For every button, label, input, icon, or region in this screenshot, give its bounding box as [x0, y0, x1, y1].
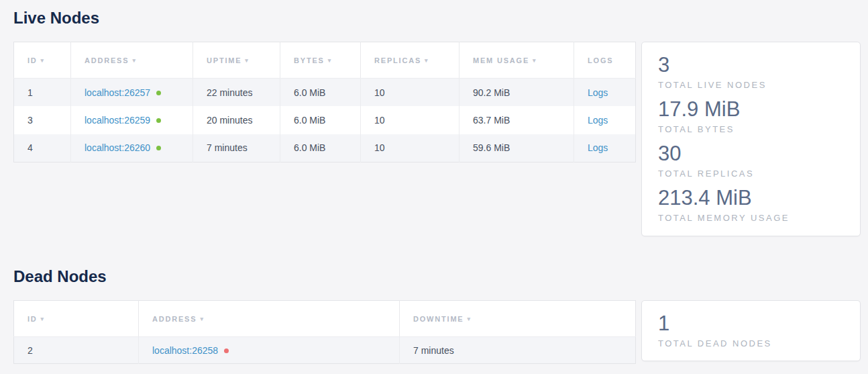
- dead-status-dot-icon: [224, 348, 229, 353]
- column-header-downtime[interactable]: DOWNTIME▾: [400, 301, 636, 337]
- node-replicas-cell: 10: [361, 79, 459, 107]
- table-header-row: ID▾ ADDRESS▾ UPTIME▾ BYTES▾ REPLICAS▾ ME…: [14, 42, 636, 79]
- column-label: ADDRESS: [85, 56, 129, 64]
- total-dead-nodes-value: 1: [658, 310, 844, 337]
- column-header-address[interactable]: ADDRESS▾: [71, 42, 193, 79]
- sort-arrow-icon: ▾: [425, 57, 429, 64]
- logs-link[interactable]: Logs: [588, 87, 608, 98]
- logs-link[interactable]: Logs: [588, 115, 608, 126]
- sort-arrow-icon: ▾: [41, 57, 45, 64]
- node-address-cell: localhost:26257: [71, 79, 193, 107]
- node-uptime-cell: 20 minutes: [193, 106, 280, 134]
- dead-nodes-section: Dead Nodes ID▾ ADDRESS▾ DOWNTIME▾ 2 loc: [13, 267, 861, 364]
- table-header-row: ID▾ ADDRESS▾ DOWNTIME▾: [14, 301, 636, 337]
- live-nodes-title: Live Nodes: [13, 9, 861, 28]
- column-label: ID: [28, 315, 38, 323]
- column-header-id[interactable]: ID▾: [14, 301, 139, 337]
- summary-stat: 30 TOTAL REPLICAS: [658, 140, 844, 181]
- column-label: UPTIME: [207, 56, 241, 64]
- node-address-cell: localhost:26259: [71, 106, 193, 134]
- column-label: MEM USAGE: [473, 56, 529, 64]
- table-row: 3 localhost:26259 20 minutes 6.0 MiB 10 …: [14, 106, 636, 134]
- live-nodes-table: ID▾ ADDRESS▾ UPTIME▾ BYTES▾ REPLICAS▾ ME…: [13, 42, 636, 162]
- total-replicas-value: 30: [658, 140, 844, 167]
- summary-stat: 17.9 MiB TOTAL BYTES: [658, 96, 844, 136]
- total-replicas-label: TOTAL REPLICAS: [658, 167, 844, 181]
- sort-arrow-icon: ▾: [468, 316, 472, 322]
- logs-link[interactable]: Logs: [588, 142, 608, 153]
- total-memory-usage-value: 213.4 MiB: [658, 185, 844, 212]
- node-downtime-cell: 7 minutes: [400, 337, 636, 364]
- total-bytes-value: 17.9 MiB: [658, 96, 844, 123]
- node-uptime-cell: 7 minutes: [193, 134, 280, 162]
- node-id-cell: 1: [14, 79, 71, 107]
- column-label: LOGS: [588, 56, 613, 64]
- node-address-link[interactable]: localhost:26259: [85, 115, 150, 126]
- column-header-replicas[interactable]: REPLICAS▾: [361, 42, 459, 79]
- column-label: ADDRESS: [152, 315, 197, 323]
- summary-stat: 3 TOTAL LIVE NODES: [658, 52, 844, 92]
- node-address-cell: localhost:26258: [139, 337, 400, 364]
- node-uptime-cell: 22 minutes: [193, 79, 280, 107]
- column-label: DOWNTIME: [413, 315, 464, 323]
- dead-nodes-title: Dead Nodes: [13, 267, 861, 286]
- column-header-logs: LOGS: [574, 42, 636, 79]
- node-replicas-cell: 10: [361, 134, 459, 162]
- node-bytes-cell: 6.0 MiB: [280, 79, 361, 107]
- column-label: BYTES: [294, 56, 325, 64]
- node-replicas-cell: 10: [361, 106, 459, 134]
- total-live-nodes-label: TOTAL LIVE NODES: [658, 79, 844, 92]
- column-header-id[interactable]: ID▾: [14, 42, 71, 79]
- node-mem-usage-cell: 90.2 MiB: [459, 79, 574, 107]
- total-live-nodes-value: 3: [658, 52, 844, 79]
- total-bytes-label: TOTAL BYTES: [658, 123, 844, 136]
- node-bytes-cell: 6.0 MiB: [280, 134, 361, 162]
- column-label: REPLICAS: [374, 56, 421, 64]
- column-header-address[interactable]: ADDRESS▾: [139, 301, 400, 337]
- node-logs-cell: Logs: [574, 106, 636, 134]
- node-id-cell: 4: [14, 134, 71, 162]
- summary-stat: 1 TOTAL DEAD NODES: [658, 310, 844, 350]
- node-mem-usage-cell: 63.7 MiB: [459, 106, 574, 134]
- live-nodes-section: Live Nodes ID▾ ADDRESS▾ UPTIME▾ BYTES▾ R…: [13, 9, 861, 236]
- column-label: ID: [28, 56, 38, 64]
- node-logs-cell: Logs: [574, 79, 636, 107]
- dead-nodes-summary-panel: 1 TOTAL DEAD NODES: [641, 300, 861, 361]
- sort-arrow-icon: ▾: [245, 57, 249, 64]
- total-memory-usage-label: TOTAL MEMORY USAGE: [658, 212, 844, 225]
- node-address-link[interactable]: localhost:26258: [152, 345, 218, 356]
- sort-arrow-icon: ▾: [533, 57, 537, 64]
- node-bytes-cell: 6.0 MiB: [280, 106, 361, 134]
- live-status-dot-icon: [156, 146, 161, 150]
- total-dead-nodes-label: TOTAL DEAD NODES: [658, 337, 844, 350]
- live-nodes-summary-panel: 3 TOTAL LIVE NODES 17.9 MiB TOTAL BYTES …: [641, 42, 861, 236]
- node-id-cell: 3: [14, 106, 71, 134]
- summary-stat: 213.4 MiB TOTAL MEMORY USAGE: [658, 185, 844, 225]
- sort-arrow-icon: ▾: [328, 57, 332, 64]
- table-row: 4 localhost:26260 7 minutes 6.0 MiB 10 5…: [14, 134, 636, 162]
- node-mem-usage-cell: 59.6 MiB: [459, 134, 574, 162]
- sort-arrow-icon: ▾: [132, 57, 136, 64]
- live-status-dot-icon: [156, 91, 161, 95]
- node-address-link[interactable]: localhost:26260: [85, 142, 150, 153]
- sort-arrow-icon: ▾: [200, 316, 204, 322]
- cluster-nodes-page: Live Nodes ID▾ ADDRESS▾ UPTIME▾ BYTES▾ R…: [0, 0, 868, 364]
- node-logs-cell: Logs: [574, 134, 636, 162]
- table-row: 2 localhost:26258 7 minutes: [14, 337, 636, 364]
- live-status-dot-icon: [156, 118, 161, 123]
- dead-nodes-table: ID▾ ADDRESS▾ DOWNTIME▾ 2 localhost:26258…: [13, 300, 636, 364]
- node-address-link[interactable]: localhost:26257: [85, 87, 150, 98]
- column-header-uptime[interactable]: UPTIME▾: [193, 42, 280, 79]
- column-header-bytes[interactable]: BYTES▾: [280, 42, 361, 79]
- table-row: 1 localhost:26257 22 minutes 6.0 MiB 10 …: [14, 79, 636, 107]
- column-header-mem-usage[interactable]: MEM USAGE▾: [459, 42, 574, 79]
- sort-arrow-icon: ▾: [41, 316, 45, 322]
- node-address-cell: localhost:26260: [71, 134, 193, 162]
- node-id-cell: 2: [14, 337, 139, 364]
